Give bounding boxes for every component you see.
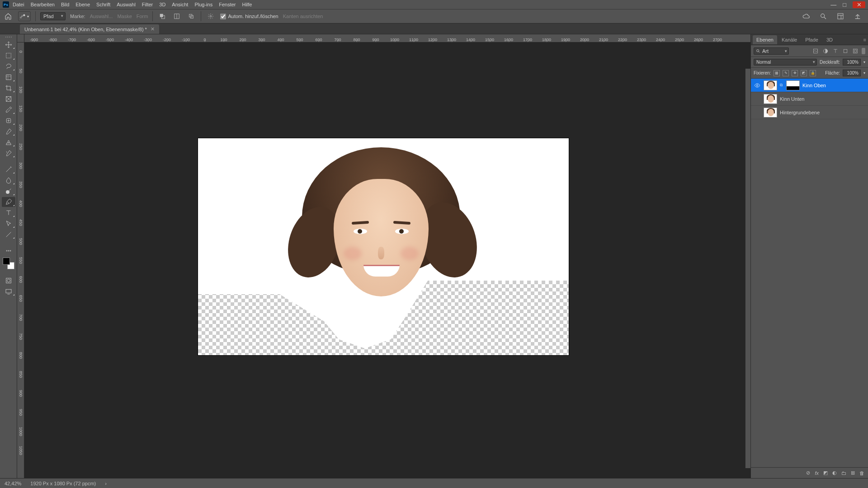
layer-group-icon[interactable]: 🗀 xyxy=(841,470,846,476)
healing-brush-tool[interactable] xyxy=(2,116,15,126)
path-operations-icon[interactable] xyxy=(157,11,167,21)
menu-schrift[interactable]: Schrift xyxy=(96,2,110,7)
foreground-color-swatch[interactable] xyxy=(3,258,10,265)
move-tool[interactable] xyxy=(2,40,15,50)
tab-pfade[interactable]: Pfade xyxy=(802,35,822,44)
close-button[interactable]: ✕ xyxy=(853,1,865,8)
vertical-ruler[interactable]: 0501001502002503003504004505005506006507… xyxy=(17,42,24,478)
fill-value[interactable]: 100% xyxy=(843,70,861,76)
layer-mask-icon[interactable]: ◩ xyxy=(823,470,828,476)
tab-3d[interactable]: 3D xyxy=(823,35,836,44)
menu-datei[interactable]: Datei xyxy=(13,2,24,7)
dodge-tool[interactable] xyxy=(2,186,15,196)
magic-wand-tool[interactable] xyxy=(2,72,15,82)
mask-link-icon[interactable]: ⧉ xyxy=(780,83,783,88)
brush-tool[interactable] xyxy=(2,127,15,136)
filter-shape-icon[interactable] xyxy=(842,47,849,55)
maske-button[interactable]: Maske xyxy=(117,14,132,19)
lock-pixels-icon[interactable]: ✎ xyxy=(783,70,789,76)
lock-position-icon[interactable]: ✥ xyxy=(792,70,798,76)
eyedropper-tool[interactable] xyxy=(2,105,15,115)
opacity-chevron-icon[interactable]: ▾ xyxy=(863,60,865,64)
horizontal-ruler[interactable]: -900-800-700-600-500-400-300-200-1000100… xyxy=(24,34,750,42)
menu-hilfe[interactable]: Hilfe xyxy=(242,2,252,7)
workspace-icon[interactable] xyxy=(835,11,845,21)
layer-row[interactable]: Hintergrundebene xyxy=(751,106,868,119)
tab-kanaele[interactable]: Kanäle xyxy=(778,35,801,44)
form-button[interactable]: Form xyxy=(137,14,148,19)
lock-transparent-icon[interactable]: ▦ xyxy=(774,70,780,76)
adjustment-layer-icon[interactable]: ◐ xyxy=(832,470,837,476)
new-layer-icon[interactable]: ⊞ xyxy=(851,470,855,476)
zoom-level[interactable]: 42,42% xyxy=(5,481,21,486)
menu-bild[interactable]: Bild xyxy=(61,2,69,7)
maximize-button[interactable]: □ xyxy=(843,1,846,8)
screen-mode-icon[interactable] xyxy=(2,286,15,296)
tab-ebenen[interactable]: Ebenen xyxy=(753,35,777,44)
layer-name[interactable]: Kinn Oben xyxy=(802,83,865,88)
lock-all-icon[interactable]: 🔒 xyxy=(810,70,816,76)
layer-thumbnail[interactable] xyxy=(764,108,777,117)
gear-icon[interactable] xyxy=(206,11,216,21)
pen-tool[interactable] xyxy=(2,197,15,207)
crop-tool[interactable] xyxy=(2,83,15,93)
layer-style-icon[interactable]: fx xyxy=(815,470,819,476)
blur-tool[interactable] xyxy=(2,175,15,185)
blend-mode-dropdown[interactable]: Normal xyxy=(754,59,817,66)
filter-toggle-icon[interactable] xyxy=(862,48,865,54)
layer-name[interactable]: Hintergrundebene xyxy=(780,110,865,115)
link-layers-icon[interactable]: ⊘ xyxy=(806,470,810,476)
panel-menu-icon[interactable]: ≡ xyxy=(863,37,866,42)
minimize-button[interactable]: — xyxy=(830,1,836,8)
rectangular-marquee-tool[interactable] xyxy=(2,51,15,61)
opacity-value[interactable]: 100% xyxy=(843,59,861,66)
menu-3d[interactable]: 3D xyxy=(159,2,165,7)
lock-artboard-icon[interactable]: ◩ xyxy=(801,70,807,76)
fill-chevron-icon[interactable]: ▾ xyxy=(863,71,865,75)
collapsed-panel-dock[interactable] xyxy=(745,69,750,468)
document-tab[interactable]: Unbenannt-1 bei 42,4% (Kinn Oben, Ebenen… xyxy=(20,24,159,34)
layer-thumbnail[interactable] xyxy=(764,94,777,104)
layer-name[interactable]: Kinn Unten xyxy=(780,96,865,102)
cloud-docs-icon[interactable] xyxy=(801,11,811,21)
share-icon[interactable] xyxy=(853,11,863,21)
layer-thumbnail[interactable] xyxy=(764,80,777,90)
layer-row[interactable]: ⧉Kinn Oben xyxy=(751,79,868,92)
status-chevron-icon[interactable]: › xyxy=(105,481,107,486)
path-arrangement-icon[interactable] xyxy=(186,11,196,21)
menu-auswahl[interactable]: Auswahl xyxy=(117,2,136,7)
home-icon[interactable] xyxy=(3,11,14,22)
frame-tool[interactable] xyxy=(2,94,15,104)
search-icon[interactable] xyxy=(818,11,828,21)
layer-visibility-icon[interactable] xyxy=(754,82,761,89)
layer-filter-type[interactable]: Art xyxy=(754,47,789,55)
filter-pixel-icon[interactable] xyxy=(812,47,819,55)
filter-adjustment-icon[interactable] xyxy=(822,47,829,55)
layer-visibility-icon[interactable] xyxy=(754,95,761,103)
document-info[interactable]: 1920 Px x 1080 Px (72 ppcm) xyxy=(30,481,96,486)
ruler-origin[interactable] xyxy=(17,34,24,42)
menu-fenster[interactable]: Fenster xyxy=(219,2,236,7)
tool-mode-dropdown[interactable]: Pfad xyxy=(40,12,66,20)
line-tool[interactable] xyxy=(2,230,15,239)
path-alignment-icon[interactable] xyxy=(172,11,182,21)
delete-layer-icon[interactable]: 🗑 xyxy=(859,470,864,476)
close-tab-icon[interactable]: ✕ xyxy=(151,26,155,32)
color-swatches[interactable] xyxy=(3,258,14,269)
filter-type-icon[interactable] xyxy=(832,47,839,55)
menu-plugins[interactable]: Plug-ins xyxy=(194,2,212,7)
filter-smartobject-icon[interactable] xyxy=(852,47,859,55)
tool-preset-picker[interactable]: ▾ xyxy=(18,11,31,21)
layer-row[interactable]: Kinn Unten xyxy=(751,92,868,106)
toolbox-grip[interactable] xyxy=(5,35,12,39)
type-tool[interactable] xyxy=(2,208,15,218)
lasso-tool[interactable] xyxy=(2,61,15,71)
layer-mask-thumbnail[interactable] xyxy=(786,80,800,90)
gradient-tool[interactable] xyxy=(2,164,15,174)
history-brush-tool[interactable] xyxy=(2,148,15,158)
layer-visibility-icon[interactable] xyxy=(754,109,761,116)
menu-filter[interactable]: Filter xyxy=(142,2,153,7)
menu-bearbeiten[interactable]: Bearbeiten xyxy=(31,2,55,7)
quick-mask-icon[interactable] xyxy=(2,276,15,286)
menu-ansicht[interactable]: Ansicht xyxy=(172,2,188,7)
